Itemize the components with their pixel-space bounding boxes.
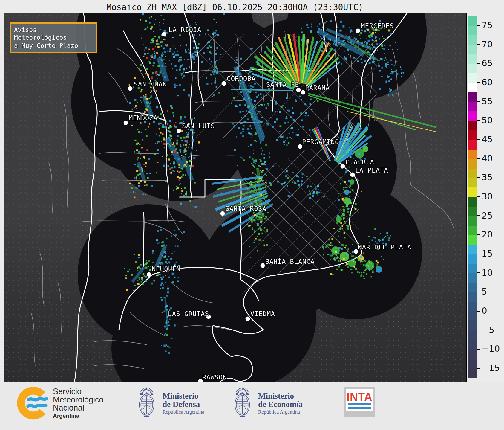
colorbar-segment: [468, 283, 477, 292]
colorbar-segment: [468, 121, 477, 130]
colorbar-tick-mark: [477, 272, 480, 273]
smn-line2: Meteorológico: [53, 396, 104, 404]
inta-bar-2: [348, 407, 371, 409]
colorbar-tick-mark: [477, 196, 480, 197]
colorbar-segment: [468, 130, 477, 140]
colorbar-segment: [468, 16, 477, 26]
economia-sub: República Argentina: [258, 409, 303, 415]
colorbar-tick-label: 10: [482, 268, 493, 278]
alert-line-2: a Muy Corto Plazo: [14, 42, 93, 50]
colorbar-segment: [468, 35, 477, 45]
defensa-sub: República Argentina: [163, 409, 204, 415]
ministerio-defensa-block: Ministerio de Defensa República Argentin…: [135, 385, 204, 422]
colorbar-tick-label: 65: [482, 58, 493, 68]
radar-echoes: [124, 13, 436, 354]
city-dot: [177, 129, 181, 133]
smn-logo-block: Servicio Meteorológico Nacional Argentin…: [16, 385, 104, 421]
colorbar-segment: [468, 140, 477, 150]
colorbar-segment: [468, 254, 477, 264]
city-label: LA PLATA: [355, 167, 388, 174]
colorbar-segment: [468, 311, 477, 321]
city-dot: [246, 317, 250, 321]
city-label: SANTA FE: [266, 81, 299, 88]
colorbar-tick-label: 40: [482, 153, 493, 164]
colorbar-tick-mark: [477, 330, 480, 330]
colorbar-tick-label: 20: [482, 230, 493, 240]
coat-of-arms-icon: [231, 385, 254, 422]
colorbar-tick-label: 50: [482, 115, 493, 126]
city-dot: [162, 32, 166, 36]
colorbar-segment: [468, 350, 477, 359]
colorbar-tick-label: 75: [482, 20, 493, 30]
colorbar-segment: [468, 368, 477, 378]
city-dot: [124, 121, 128, 125]
city-label: SAN JUAN: [134, 80, 167, 88]
colorbar-segment: [468, 73, 477, 83]
smn-line1: Servicio: [53, 388, 104, 396]
city-label: SANTA ROSA: [225, 205, 266, 212]
colorbar-segment: [468, 197, 477, 207]
colorbar-tick-label: 0: [482, 306, 487, 316]
colorbar-segment: [468, 64, 477, 73]
colorbar-tick-mark: [477, 234, 480, 235]
colorbar-tick-label: 45: [482, 134, 493, 144]
city-dot: [341, 164, 345, 169]
city-dot: [298, 144, 302, 149]
colorbar-tick-label: 5: [482, 287, 487, 297]
colorbar-tick-mark: [477, 177, 480, 178]
colorbar-tick-mark: [477, 254, 480, 254]
colorbar-tick-label: 70: [482, 39, 493, 49]
map-borders-and-echoes: [4, 13, 466, 382]
smn-line3: Nacional: [53, 404, 104, 412]
colorbar-tick-label: 15: [482, 248, 493, 259]
colorbar-segment: [468, 264, 477, 273]
city-label: C.A.B.A.: [345, 158, 378, 166]
colorbar-segment: [468, 216, 477, 226]
colorbar-tick-mark: [477, 311, 480, 312]
city-label: RAWSON: [202, 373, 227, 381]
colorbar-segment: [468, 235, 477, 245]
colorbar-segment: [468, 302, 477, 311]
colorbar-segment: [468, 245, 477, 254]
colorbar-segment: [468, 273, 477, 283]
city-dot: [220, 211, 225, 216]
alert-banner: Avisos Meteorológicos a Muy Corto Plazo: [10, 22, 97, 53]
radar-mosaic-page: Mosaico ZH MAX [dBZ] 06.10.2025 20:30HOA…: [0, 0, 504, 430]
city-label: MERCEDES: [361, 22, 394, 30]
colorbar-segment: [468, 45, 477, 54]
city-dot: [350, 173, 355, 177]
city-label: CÓRDOBA: [227, 75, 255, 82]
colorbar-segment: [468, 102, 477, 112]
reflectivity-colorbar: [468, 16, 477, 378]
colorbar-segment: [468, 83, 477, 92]
colorbar-segment: [468, 54, 477, 64]
footer-logos: Servicio Meteorológico Nacional Argentin…: [0, 382, 504, 430]
city-dot: [147, 272, 151, 277]
smn-logo-icon: [16, 385, 49, 421]
colorbar-tick-mark: [477, 44, 480, 45]
city-label: NEUQUÉN: [152, 265, 180, 273]
colorbar-segment: [468, 169, 477, 178]
colorbar-segment: [468, 226, 477, 235]
ministerio-economia-block: Ministerio de Economía República Argenti…: [231, 385, 303, 422]
defensa-line1: Ministerio: [163, 392, 204, 400]
radar-map: LA RIOJAMERCEDESSAN JUANCÓRDOBASANTA FEP…: [4, 13, 467, 383]
coat-of-arms-icon: [135, 385, 158, 422]
city-label: SAN LUIS: [182, 122, 215, 130]
city-label: PERGAMINO: [302, 138, 339, 146]
colorbar-segment: [468, 26, 477, 35]
colorbar-tick-mark: [477, 349, 480, 350]
city-label: PARANÁ: [305, 84, 330, 92]
colorbar-tick-mark: [477, 158, 480, 159]
economia-line2: de Economía: [258, 400, 303, 408]
inta-logo: INTA: [346, 389, 373, 411]
colorbar-tick-label: 55: [482, 96, 493, 106]
economia-line1: Ministerio: [258, 392, 303, 400]
colorbar-tick-mark: [477, 292, 480, 292]
colorbar-tick-mark: [477, 139, 480, 140]
colorbar-segment: [468, 159, 477, 169]
city-dot: [296, 88, 301, 92]
colorbar-tick-mark: [477, 25, 480, 26]
ministerio-economia-text: Ministerio de Economía República Argenti…: [258, 392, 303, 415]
city-label: LAS GRUTAS: [168, 310, 209, 318]
